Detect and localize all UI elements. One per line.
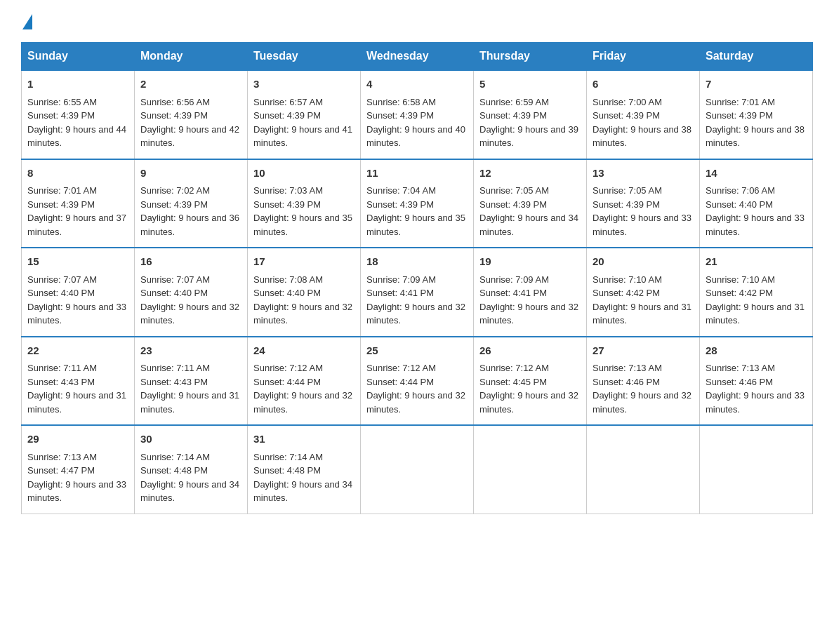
- day-number: 25: [366, 343, 468, 359]
- calendar-cell: 2Sunrise: 6:56 AMSunset: 4:39 PMDaylight…: [135, 70, 248, 159]
- calendar-week-5: 29Sunrise: 7:13 AMSunset: 4:47 PMDayligh…: [22, 425, 813, 514]
- day-number: 30: [140, 431, 241, 448]
- day-number: 12: [479, 166, 581, 182]
- day-number: 24: [253, 343, 355, 359]
- logo: [21, 14, 34, 29]
- calendar-cell: 1Sunrise: 6:55 AMSunset: 4:39 PMDaylight…: [22, 70, 135, 159]
- weekday-header-friday: Friday: [587, 43, 700, 71]
- calendar-cell: 31Sunrise: 7:14 AMSunset: 4:48 PMDayligh…: [248, 425, 361, 514]
- day-number: 19: [479, 254, 581, 270]
- calendar-cell: 22Sunrise: 7:11 AMSunset: 4:43 PMDayligh…: [22, 337, 135, 426]
- calendar-cell: 29Sunrise: 7:13 AMSunset: 4:47 PMDayligh…: [22, 425, 135, 514]
- day-number: 20: [593, 254, 694, 270]
- day-number: 31: [253, 431, 355, 448]
- calendar-cell: 28Sunrise: 7:13 AMSunset: 4:46 PMDayligh…: [700, 337, 813, 426]
- calendar-cell: [700, 425, 813, 514]
- calendar-cell: 5Sunrise: 6:59 AMSunset: 4:39 PMDaylight…: [474, 70, 587, 159]
- calendar-week-1: 1Sunrise: 6:55 AMSunset: 4:39 PMDaylight…: [22, 70, 813, 159]
- calendar-cell: 30Sunrise: 7:14 AMSunset: 4:48 PMDayligh…: [135, 425, 248, 514]
- calendar-cell: 17Sunrise: 7:08 AMSunset: 4:40 PMDayligh…: [248, 248, 361, 337]
- day-number: 13: [593, 166, 694, 182]
- calendar-cell: 25Sunrise: 7:12 AMSunset: 4:44 PMDayligh…: [361, 337, 474, 426]
- weekday-header-row: SundayMondayTuesdayWednesdayThursdayFrid…: [22, 43, 813, 71]
- calendar-cell: 7Sunrise: 7:01 AMSunset: 4:39 PMDaylight…: [700, 70, 813, 159]
- day-number: 18: [366, 254, 468, 270]
- calendar-header: SundayMondayTuesdayWednesdayThursdayFrid…: [22, 43, 813, 71]
- weekday-header-sunday: Sunday: [22, 43, 135, 71]
- day-number: 14: [706, 166, 807, 182]
- day-number: 7: [706, 76, 807, 93]
- calendar-cell: 4Sunrise: 6:58 AMSunset: 4:39 PMDaylight…: [361, 70, 474, 159]
- calendar-week-3: 15Sunrise: 7:07 AMSunset: 4:40 PMDayligh…: [22, 248, 813, 337]
- day-number: 5: [479, 76, 581, 93]
- weekday-header-wednesday: Wednesday: [361, 43, 474, 71]
- calendar-cell: [587, 425, 700, 514]
- day-number: 27: [593, 343, 694, 359]
- calendar-cell: 16Sunrise: 7:07 AMSunset: 4:40 PMDayligh…: [135, 248, 248, 337]
- day-number: 8: [27, 166, 128, 182]
- day-number: 22: [27, 343, 128, 359]
- day-number: 1: [27, 76, 128, 93]
- calendar-cell: 14Sunrise: 7:06 AMSunset: 4:40 PMDayligh…: [700, 159, 813, 248]
- calendar-cell: 9Sunrise: 7:02 AMSunset: 4:39 PMDaylight…: [135, 159, 248, 248]
- day-number: 28: [706, 343, 807, 359]
- day-number: 9: [140, 166, 241, 182]
- calendar-cell: 11Sunrise: 7:04 AMSunset: 4:39 PMDayligh…: [361, 159, 474, 248]
- calendar-cell: 15Sunrise: 7:07 AMSunset: 4:40 PMDayligh…: [22, 248, 135, 337]
- day-number: 6: [593, 76, 694, 93]
- day-number: 2: [140, 76, 241, 93]
- day-number: 17: [253, 254, 355, 270]
- day-number: 29: [27, 431, 128, 448]
- calendar-cell: 8Sunrise: 7:01 AMSunset: 4:39 PMDaylight…: [22, 159, 135, 248]
- calendar-week-2: 8Sunrise: 7:01 AMSunset: 4:39 PMDaylight…: [22, 159, 813, 248]
- calendar-cell: [361, 425, 474, 514]
- calendar-table: SundayMondayTuesdayWednesdayThursdayFrid…: [21, 42, 813, 514]
- calendar-cell: [474, 425, 587, 514]
- calendar-cell: 13Sunrise: 7:05 AMSunset: 4:39 PMDayligh…: [587, 159, 700, 248]
- day-number: 10: [253, 166, 355, 182]
- calendar-cell: 19Sunrise: 7:09 AMSunset: 4:41 PMDayligh…: [474, 248, 587, 337]
- day-number: 11: [366, 166, 468, 182]
- weekday-header-monday: Monday: [135, 43, 248, 71]
- calendar-cell: 6Sunrise: 7:00 AMSunset: 4:39 PMDaylight…: [587, 70, 700, 159]
- calendar-body: 1Sunrise: 6:55 AMSunset: 4:39 PMDaylight…: [22, 70, 813, 514]
- logo-triangle-icon: [22, 14, 32, 29]
- weekday-header-tuesday: Tuesday: [248, 43, 361, 71]
- day-number: 4: [366, 76, 468, 93]
- day-number: 23: [140, 343, 241, 359]
- calendar-cell: 12Sunrise: 7:05 AMSunset: 4:39 PMDayligh…: [474, 159, 587, 248]
- calendar-cell: 21Sunrise: 7:10 AMSunset: 4:42 PMDayligh…: [700, 248, 813, 337]
- calendar-cell: 26Sunrise: 7:12 AMSunset: 4:45 PMDayligh…: [474, 337, 587, 426]
- calendar-cell: 23Sunrise: 7:11 AMSunset: 4:43 PMDayligh…: [135, 337, 248, 426]
- day-number: 15: [27, 254, 128, 270]
- day-number: 21: [706, 254, 807, 270]
- calendar-week-4: 22Sunrise: 7:11 AMSunset: 4:43 PMDayligh…: [22, 337, 813, 426]
- page-header: [21, 14, 813, 29]
- calendar-cell: 27Sunrise: 7:13 AMSunset: 4:46 PMDayligh…: [587, 337, 700, 426]
- calendar-cell: 10Sunrise: 7:03 AMSunset: 4:39 PMDayligh…: [248, 159, 361, 248]
- weekday-header-saturday: Saturday: [700, 43, 813, 71]
- calendar-cell: 18Sunrise: 7:09 AMSunset: 4:41 PMDayligh…: [361, 248, 474, 337]
- calendar-cell: 3Sunrise: 6:57 AMSunset: 4:39 PMDaylight…: [248, 70, 361, 159]
- day-number: 26: [479, 343, 581, 359]
- calendar-cell: 24Sunrise: 7:12 AMSunset: 4:44 PMDayligh…: [248, 337, 361, 426]
- calendar-cell: 20Sunrise: 7:10 AMSunset: 4:42 PMDayligh…: [587, 248, 700, 337]
- weekday-header-thursday: Thursday: [474, 43, 587, 71]
- day-number: 16: [140, 254, 241, 270]
- day-number: 3: [253, 76, 355, 93]
